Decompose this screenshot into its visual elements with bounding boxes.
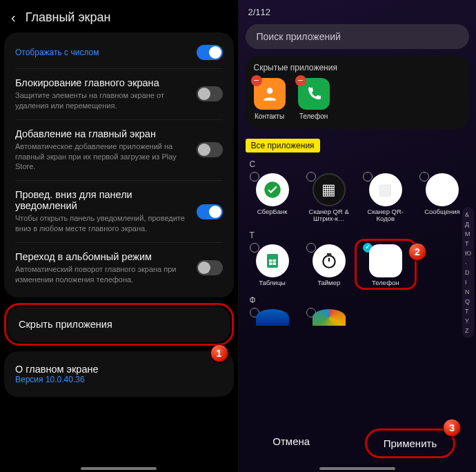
app-label: Сканер QR & Штрих-к… (307, 208, 351, 223)
row-swipe-notifications[interactable]: Провед. вниз для панели уведомлений Чтоб… (4, 181, 234, 242)
checkbox[interactable] (363, 172, 373, 181)
app-grid-f (239, 306, 477, 326)
step-badge-3: 3 (443, 419, 461, 437)
app-icon (313, 309, 346, 326)
remove-icon[interactable]: – (295, 75, 306, 86)
qr-icon: ▦ (313, 173, 346, 206)
hidden-app-phone[interactable]: – Телефон (298, 78, 330, 121)
apply-button[interactable]: Применить (368, 432, 453, 455)
svg-rect-7 (326, 254, 331, 255)
app-timer[interactable]: Таймер (302, 244, 356, 286)
callout-apply: Применить (365, 429, 456, 458)
svg-point-0 (266, 88, 272, 94)
checkbox[interactable] (419, 172, 429, 181)
row-link: Отображать с числом (15, 48, 190, 57)
row-landscape[interactable]: Переход в альбомный режим Автоматический… (4, 243, 234, 293)
messages-icon: ⋯ (426, 173, 459, 206)
row-title: Блокирование главного экрана (15, 77, 190, 88)
app-phone-selectable[interactable]: Телефон 2 (359, 244, 413, 286)
back-icon[interactable]: ‹ (11, 10, 16, 26)
search-input[interactable]: Поиск приложений (246, 24, 470, 49)
row-title: Добавление на главный экран (15, 128, 190, 139)
row-version: Версия 10.0.40.36 (15, 375, 223, 384)
toggle-show-number[interactable] (197, 45, 223, 60)
toggle-lock-home[interactable] (197, 86, 223, 101)
app-partial-1[interactable] (246, 309, 299, 326)
callout-hide-apps: Скрыть приложения (4, 303, 234, 346)
bottom-bar: Отмена Применить 3 (239, 424, 477, 462)
row-title: Переход в альбомный режим (15, 251, 190, 262)
nav-pill (81, 467, 157, 470)
toggle-add-home[interactable] (197, 142, 223, 157)
app-sberbank[interactable]: СберБанк (246, 173, 299, 223)
app-qr-scanner-1[interactable]: ▦ Сканер QR & Штрих-к… (302, 173, 356, 223)
app-sheets[interactable]: Таблицы (246, 244, 299, 286)
settings-header: ‹ Главный экран (0, 0, 238, 32)
settings-panel-about: О главном экране Версия 10.0.40.36 1 (4, 351, 234, 397)
hidden-apps-panel: Скрытые приложения – Контакты – Телефон (246, 56, 470, 129)
hidden-app-contacts[interactable]: – Контакты (254, 78, 286, 121)
sberbank-icon (256, 173, 289, 206)
section-letter-f: Ф (239, 293, 477, 306)
nav-pill (319, 467, 395, 470)
app-icon (256, 309, 289, 326)
remove-icon[interactable]: – (251, 75, 262, 86)
page-title: Главный экран (26, 10, 111, 25)
row-subtitle: Чтобы открыть панель уведомлений, провед… (15, 213, 190, 234)
app-grid-t: Таблицы Таймер Телефон 2 (239, 242, 477, 292)
section-letter-t: Т (239, 228, 477, 242)
row-about-home[interactable]: О главном экране Версия 10.0.40.36 (4, 355, 234, 393)
timer-icon (313, 244, 346, 277)
checkbox[interactable] (306, 243, 316, 253)
all-apps-tag[interactable]: Все приложения (246, 139, 320, 153)
checkbox[interactable] (306, 172, 316, 181)
row-hide-apps[interactable]: Скрыть приложения (8, 311, 230, 338)
hidden-apps-label: Скрытые приложения (254, 63, 462, 72)
app-grid-c: СберБанк ▦ Сканер QR & Штрих-к… ▩ Сканер… (239, 170, 477, 228)
checkbox[interactable] (250, 172, 259, 181)
phone-icon: – (298, 78, 330, 110)
row-subtitle: Защитите элементы на главном экране от у… (15, 90, 190, 111)
checkbox[interactable] (250, 243, 259, 253)
section-letter-c: С (239, 157, 477, 170)
sheets-icon (256, 244, 289, 277)
row-lock-home[interactable]: Блокирование главного экрана Защитите эл… (4, 69, 234, 119)
app-label: Контакты (255, 112, 284, 121)
contacts-icon: – (254, 78, 286, 110)
settings-screen: ‹ Главный экран Отображать с числом Блок… (0, 0, 239, 472)
az-index[interactable]: & Д М Т Ю · D I N Q T Y Z (462, 207, 474, 338)
row-title: Скрыть приложения (19, 319, 219, 330)
app-partial-2[interactable] (302, 309, 356, 326)
app-label: Телефон (299, 112, 328, 121)
toggle-landscape[interactable] (197, 260, 223, 275)
row-title: Провед. вниз для панели уведомлений (15, 189, 190, 211)
row-subtitle: Автоматический поворот главного экрана п… (15, 264, 190, 285)
counter: 2/112 (239, 0, 477, 21)
app-qr-scanner-2[interactable]: ▩ Сканер QR-Кодов (359, 173, 413, 223)
app-label: Сообщения (424, 208, 460, 215)
settings-panel-1: Отображать с числом Блокирование главног… (4, 32, 234, 297)
app-label: Сканер QR-Кодов (364, 208, 408, 223)
row-title: О главном экране (15, 364, 223, 375)
app-label: Таймер (317, 279, 340, 286)
app-picker-screen: 2/112 Поиск приложений Скрытые приложени… (239, 0, 477, 472)
row-subtitle: Автоматическое добавление приложений на … (15, 141, 190, 173)
app-label: СберБанк (257, 208, 288, 215)
row-add-home[interactable]: Добавление на главный экран Автоматическ… (4, 120, 234, 181)
cancel-button[interactable]: Отмена (259, 429, 324, 458)
phone-icon (369, 244, 402, 277)
app-messages[interactable]: ⋯ Сообщения (415, 173, 469, 223)
qr-icon: ▩ (369, 173, 402, 206)
toggle-swipe-notif[interactable] (197, 204, 223, 219)
step-badge-1: 1 (210, 344, 228, 362)
app-label: Таблицы (259, 279, 286, 286)
row-show-with-number[interactable]: Отображать с числом (4, 37, 234, 68)
